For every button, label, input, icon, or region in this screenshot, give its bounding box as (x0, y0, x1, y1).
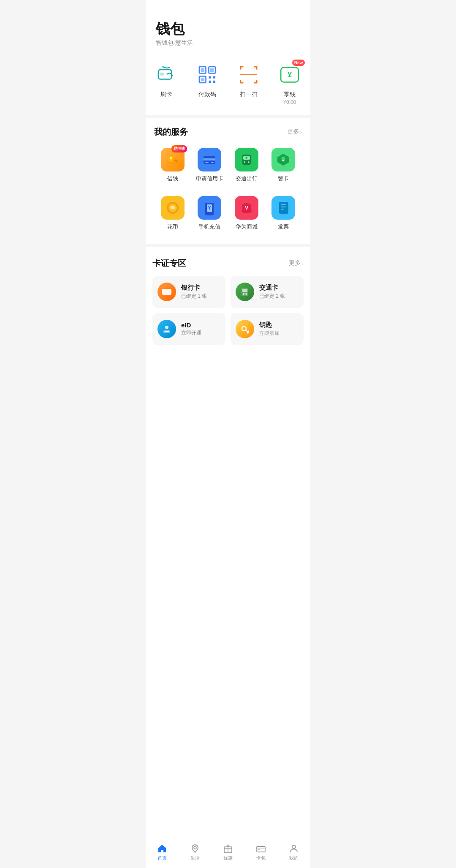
recharge-label: 手机充值 (198, 223, 220, 231)
card-transit-card[interactable]: 交通卡 已绑定 2 张 (231, 276, 304, 308)
eid-icon (157, 320, 176, 338)
new-badge: New (292, 60, 305, 66)
svg-text:¥: ¥ (288, 70, 292, 79)
huacoin-icon (161, 196, 185, 220)
svg-point-44 (243, 293, 244, 295)
card-zone-section: 卡证专区 更多 › 银行卡 已绑定 1 张 (146, 249, 310, 352)
key-title: 钥匙 (259, 321, 280, 329)
transit-card-icon (236, 283, 254, 301)
pay-code-label: 付款码 (198, 91, 216, 98)
nav-life[interactable]: 生活 (179, 844, 212, 861)
svg-text:T: T (245, 156, 247, 160)
card-bank-card[interactable]: 银行卡 已绑定 1 张 (152, 276, 225, 308)
service-smart-card[interactable]: 智卡 (265, 144, 302, 189)
easy-apply-badge: 易申请 (171, 145, 187, 152)
svg-rect-1 (160, 73, 164, 76)
card-eid[interactable]: eID 立即开通 (152, 313, 225, 345)
svg-rect-41 (163, 293, 166, 294)
svg-text:V: V (244, 204, 248, 211)
borrow-icon: 易申请 ¥ (161, 148, 185, 171)
service-grid-row2: 花币 ¥ 手机充值 V (154, 193, 302, 237)
credit-card-icon (198, 148, 221, 171)
bank-card-title: 银行卡 (181, 284, 207, 292)
change-icon-wrap: New ¥ (277, 62, 302, 87)
svg-rect-52 (257, 846, 265, 852)
quick-action-scan[interactable]: 扫一扫 (236, 62, 261, 105)
svg-text:¥: ¥ (170, 156, 173, 161)
svg-rect-9 (213, 76, 215, 78)
pay-code-icon (196, 64, 218, 86)
card-key[interactable]: 钥匙 立即添加 (231, 313, 304, 345)
gift-icon (223, 844, 233, 854)
service-vmall[interactable]: V 华为商城 (228, 193, 265, 237)
nav-offers[interactable]: 优惠 (212, 844, 244, 861)
pay-code-icon-wrap (195, 62, 220, 87)
quick-action-change[interactable]: New ¥ 零钱 ¥0.00 (277, 62, 302, 105)
service-borrow[interactable]: 易申请 ¥ 借钱 (154, 144, 191, 189)
nav-wallet[interactable]: 卡包 (244, 844, 277, 861)
svg-rect-43 (242, 289, 247, 292)
change-label: 零钱 (284, 91, 296, 98)
svg-rect-11 (213, 81, 215, 83)
svg-rect-19 (204, 158, 215, 161)
bank-card-icon (157, 283, 176, 301)
quick-actions-bar: 刷卡 付款码 (146, 54, 310, 118)
recharge-icon: ¥ (198, 196, 221, 220)
service-credit-card[interactable]: 申请信用卡 (191, 144, 228, 189)
nav-home[interactable]: 首页 (146, 844, 179, 861)
svg-rect-20 (205, 162, 209, 163)
life-icon (190, 844, 200, 854)
service-grid-row1: 易申请 ¥ 借钱 (154, 144, 302, 189)
nav-life-label: 生活 (190, 855, 200, 861)
key-sub: 立即添加 (259, 330, 280, 337)
bank-card-info: 银行卡 已绑定 1 张 (181, 284, 207, 300)
service-recharge[interactable]: ¥ 手机充值 (191, 193, 228, 237)
invoice-icon (271, 196, 295, 220)
service-invoice[interactable]: 发票 (265, 193, 302, 237)
my-services-section: 我的服务 更多 › 易申请 ¥ 借钱 (146, 118, 310, 244)
svg-rect-21 (211, 162, 214, 163)
invoice-label: 发票 (278, 223, 289, 231)
my-services-title: 我的服务 (154, 126, 188, 138)
svg-rect-36 (281, 204, 286, 205)
transit-card-info: 交通卡 已绑定 2 张 (259, 284, 285, 300)
spacer (146, 352, 310, 840)
quick-action-pay-code[interactable]: 付款码 (195, 62, 220, 105)
svg-rect-40 (162, 291, 171, 292)
page: 钱包 智钱包·慧生活 刷卡 (146, 0, 310, 868)
scan-label: 扫一扫 (240, 91, 258, 98)
scan-icon (238, 64, 260, 86)
card-pack-icon (256, 844, 266, 854)
nav-home-label: 首页 (157, 855, 167, 861)
service-transport[interactable]: T 交通出行 (228, 144, 265, 189)
my-services-header: 我的服务 更多 › (154, 126, 302, 138)
svg-rect-3 (201, 68, 205, 72)
eid-sub: 立即开通 (181, 329, 201, 337)
bottom-navigation: 首页 生活 优惠 卡包 (146, 840, 310, 868)
vmall-label: 华为商城 (236, 223, 258, 231)
card-zone-header: 卡证专区 更多 › (152, 258, 304, 269)
svg-point-25 (248, 161, 250, 163)
more-chevron-icon: › (300, 128, 302, 135)
service-huacoin[interactable]: 花币 (154, 193, 191, 237)
vmall-icon: V (235, 196, 258, 220)
section-divider-1 (146, 244, 310, 247)
my-services-more[interactable]: 更多 › (287, 128, 302, 136)
huacoin-label: 花币 (167, 223, 178, 231)
quick-action-swipe-card[interactable]: 刷卡 (154, 62, 179, 105)
card-zone-more[interactable]: 更多 › (289, 259, 304, 267)
svg-rect-35 (279, 202, 288, 214)
nav-offers-label: 优惠 (223, 855, 233, 861)
swipe-card-label: 刷卡 (160, 91, 172, 98)
svg-point-46 (165, 326, 168, 329)
borrow-label: 借钱 (167, 175, 178, 182)
nav-mine[interactable]: 我的 (277, 844, 310, 861)
svg-point-50 (194, 846, 196, 849)
svg-point-24 (244, 161, 245, 163)
nav-mine-label: 我的 (289, 855, 299, 861)
smart-card-label: 智卡 (278, 175, 289, 182)
svg-rect-54 (258, 849, 260, 850)
svg-rect-10 (209, 81, 211, 83)
svg-rect-53 (257, 848, 265, 849)
page-title: 钱包 (156, 20, 300, 38)
